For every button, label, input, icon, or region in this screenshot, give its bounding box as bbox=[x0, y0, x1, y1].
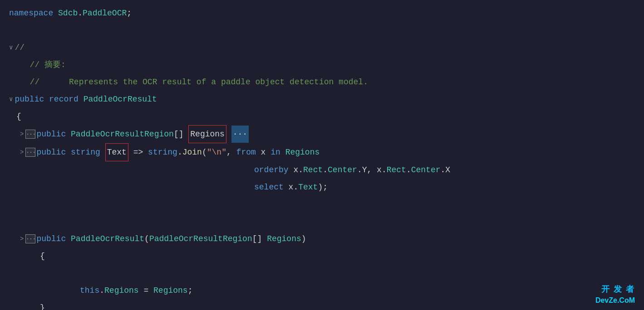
collapse-class-icon[interactable]: ∨ bbox=[9, 91, 13, 108]
center-ref2: Center bbox=[411, 161, 441, 179]
line-comment-summary: // 摘要: bbox=[0, 56, 644, 73]
line-class-decl: ∨ public record PaddleOcrResult bbox=[0, 91, 644, 108]
comment-start: // bbox=[15, 39, 25, 56]
line-empty2 bbox=[0, 196, 644, 213]
prop-accessor-sel: ··· bbox=[231, 126, 249, 143]
line-comment-desc: // Represents the OCR result of a paddle… bbox=[0, 73, 644, 91]
class-paddleocrresult: PaddleOcrResult bbox=[84, 91, 157, 108]
line-ctor: > ··· public PaddleOcrResult ( PaddleOcr… bbox=[0, 230, 644, 247]
rect-ref2: Rect bbox=[387, 161, 406, 179]
line-ctor-open: { bbox=[0, 247, 644, 265]
linq-select: select bbox=[254, 179, 284, 196]
fold-box-regions[interactable]: ··· bbox=[25, 130, 35, 139]
watermark-line1: 开 发 者 bbox=[595, 284, 635, 295]
line-this-regions: this . Regions = Regions ; bbox=[0, 282, 644, 299]
linq-in: in bbox=[270, 144, 280, 161]
kw-namespace: namespace bbox=[9, 5, 53, 22]
text-ref: Text bbox=[298, 179, 318, 196]
expand-icon-regions[interactable]: > bbox=[20, 126, 24, 143]
ns-paddleocr: PaddleOCR bbox=[83, 5, 127, 22]
collapse-icon[interactable]: ∨ bbox=[9, 39, 13, 56]
watermark-line2: DevZe.CoM bbox=[595, 295, 635, 305]
center-ref1: Center bbox=[328, 161, 357, 179]
line-ctor-close: } bbox=[0, 299, 644, 310]
regions-ref1: Regions bbox=[285, 144, 320, 161]
watermark: 开 发 者 DevZe.CoM bbox=[595, 284, 635, 305]
fold-box-ctor[interactable]: ··· bbox=[25, 234, 35, 243]
line-open-brace: { bbox=[0, 108, 644, 125]
comment-summary: // 摘要: bbox=[30, 56, 66, 73]
ns-sdcb: Sdcb bbox=[58, 5, 78, 22]
line-comment-collapse: ∨ // bbox=[0, 39, 644, 56]
code-editor: namespace Sdcb . PaddleOCR ; ∨ // // 摘要:… bbox=[0, 0, 644, 310]
line-text-prop: > ··· public string Text => string . Joi… bbox=[0, 143, 644, 161]
line-empty3 bbox=[0, 213, 644, 230]
this-regions: Regions bbox=[104, 282, 139, 299]
kw-this: this bbox=[80, 282, 99, 299]
linq-orderby: orderby bbox=[254, 161, 289, 179]
line-namespace: namespace Sdcb . PaddleOCR ; bbox=[0, 5, 644, 22]
kw-public-ctor: public bbox=[36, 230, 66, 247]
comment-desc: // Represents the OCR result of a paddle… bbox=[30, 73, 368, 91]
prop-name-text: Text bbox=[105, 143, 128, 161]
param-type: PaddleOcrResultRegion bbox=[149, 230, 252, 247]
param-name: Regions bbox=[267, 230, 301, 247]
method-join: Join bbox=[182, 144, 202, 161]
kw-string: string bbox=[71, 144, 100, 161]
fold-box-text[interactable]: ··· bbox=[25, 148, 35, 157]
expand-icon-text[interactable]: > bbox=[20, 144, 24, 161]
line-regions-prop: > ··· public PaddleOcrResultRegion [] Re… bbox=[0, 125, 644, 143]
kw-string2: string bbox=[148, 144, 177, 161]
kw-record: record bbox=[49, 91, 79, 108]
type-paddleocrresultregion: PaddleOcrResultRegion bbox=[71, 126, 174, 143]
kw-public: public bbox=[15, 91, 44, 108]
expand-icon-ctor[interactable]: > bbox=[20, 230, 24, 247]
kw-public-text: public bbox=[36, 144, 66, 161]
ctor-name: PaddleOcrResult bbox=[71, 230, 144, 247]
line-empty1 bbox=[0, 22, 644, 39]
linq-from: from bbox=[236, 144, 256, 161]
line-select: select x. Text ); bbox=[0, 179, 644, 196]
line-empty4 bbox=[0, 265, 644, 282]
rect-ref1: Rect bbox=[303, 161, 323, 179]
kw-public-regions: public bbox=[36, 126, 66, 143]
prop-name-regions: Regions bbox=[188, 125, 226, 143]
line-orderby: orderby x. Rect . Center .Y, x. Rect . C… bbox=[0, 161, 644, 179]
regions-assign: Regions bbox=[153, 282, 188, 299]
string-newline: "\n" bbox=[207, 144, 226, 161]
